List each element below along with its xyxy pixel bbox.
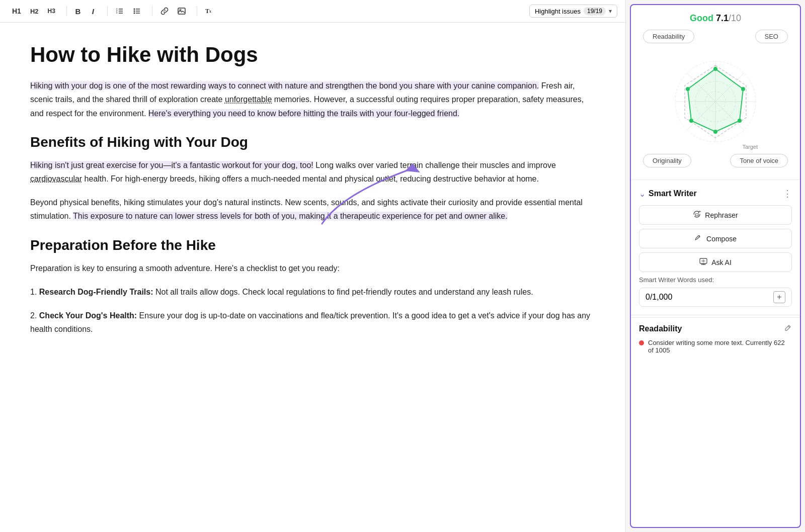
highlighted-text-3: Hiking isn't just great exercise for you… — [30, 161, 313, 169]
smart-writer-section: ⌄ Smart Writer ⋮ Rephraser — [631, 182, 800, 313]
format-group: B I — [71, 4, 100, 18]
readability-edit-icon[interactable] — [784, 324, 792, 334]
list-item-1-bold: Research Dog-Friendly Trails: — [39, 288, 153, 296]
words-plus-button[interactable]: + — [773, 291, 785, 303]
list-item-2-bold: Check Your Dog's Health: — [39, 311, 137, 320]
svg-point-25 — [713, 67, 717, 71]
svg-point-27 — [738, 119, 742, 123]
svg-text:3: 3 — [116, 12, 118, 14]
svg-point-7 — [133, 11, 135, 12]
ordered-list-button[interactable]: 1 2 3 — [112, 4, 128, 18]
italic-button[interactable]: I — [86, 4, 100, 18]
compose-icon — [694, 234, 702, 243]
target-label: Target — [742, 144, 758, 150]
rephraser-icon — [693, 210, 701, 220]
readability-dot — [639, 340, 644, 345]
highlight-label: Highlight issues — [535, 8, 581, 15]
list-group: 1 2 3 — [112, 4, 145, 18]
highlight-dropdown[interactable]: Highlight issues 19/19 ▾ — [529, 5, 617, 18]
score-value: 7.1 — [716, 13, 729, 23]
compose-label: Compose — [706, 235, 737, 243]
underlined-text-2: cardiovascular — [30, 174, 82, 183]
svg-rect-31 — [695, 214, 698, 216]
heading-group: H1 H2 H3 — [8, 4, 59, 18]
tab-tone-of-voice[interactable]: Tone of voice — [730, 154, 788, 167]
smart-writer-menu-icon[interactable]: ⋮ — [783, 188, 792, 199]
highlighted-text-2: Here's everything you need to know befor… — [148, 109, 460, 118]
divider-2 — [631, 315, 800, 315]
tab-readability[interactable]: Readability — [643, 30, 694, 43]
words-count: 0/1,000 — [646, 293, 672, 302]
readability-item-text: Consider writing some more text. Current… — [648, 339, 792, 354]
words-used-label: Smart Writer Words used: — [639, 276, 792, 284]
svg-point-6 — [133, 9, 135, 10]
clear-format-button[interactable]: Tx — [201, 4, 215, 18]
ask-ai-icon — [699, 257, 707, 267]
paragraph-3[interactable]: Beyond physical benefits, hiking stimula… — [30, 196, 595, 223]
tab-originality[interactable]: Originality — [643, 154, 691, 167]
collapse-icon[interactable]: ⌄ — [639, 189, 646, 199]
readability-section: Readability Consider writing some more t… — [631, 317, 800, 360]
insert-group — [156, 4, 190, 18]
rephraser-button[interactable]: Rephraser — [639, 205, 792, 225]
tab-seo[interactable]: SEO — [755, 30, 788, 43]
toolbar-sep-1 — [66, 6, 67, 16]
svg-point-29 — [689, 119, 693, 123]
toolbar-sep-2 — [107, 6, 108, 16]
svg-point-8 — [133, 13, 135, 14]
bold-button[interactable]: B — [71, 4, 85, 18]
editor-toolbar: H1 H2 H3 B I 1 2 3 — [0, 0, 625, 23]
document-title[interactable]: How to Hike with Dogs — [30, 43, 595, 67]
readability-title: Readability — [639, 324, 682, 333]
smart-writer-title: Smart Writer — [649, 189, 697, 198]
svg-point-30 — [686, 87, 690, 91]
score-good-text: Good — [690, 13, 713, 23]
score-section: Good 7.1/10 Readability SEO — [631, 5, 800, 178]
heading-preparation[interactable]: Preparation Before the Hike — [30, 237, 595, 253]
h3-button[interactable]: H3 — [44, 4, 59, 18]
score-top-tabs: Readability SEO — [639, 30, 792, 43]
highlighted-text-1: Hiking with your dog is one of the most … — [30, 81, 539, 90]
paragraph-1[interactable]: Hiking with your dog is one of the most … — [30, 79, 595, 120]
ask-ai-label: Ask AI — [711, 258, 732, 267]
link-button[interactable] — [156, 4, 173, 18]
paragraph-2[interactable]: Hiking isn't just great exercise for you… — [30, 158, 595, 186]
score-max: /10 — [729, 13, 741, 23]
svg-point-26 — [741, 87, 745, 91]
compose-button[interactable]: Compose — [639, 229, 792, 248]
h1-button[interactable]: H1 — [8, 4, 25, 18]
unordered-list-button[interactable] — [129, 4, 145, 18]
radar-chart-container: Target — [639, 47, 792, 154]
toolbar-sep-4 — [197, 6, 197, 16]
svg-point-28 — [713, 130, 717, 134]
paragraph-4[interactable]: Preparation is key to ensuring a smooth … — [30, 261, 595, 275]
score-label: Good 7.1/10 — [639, 13, 792, 24]
heading-benefits[interactable]: Benefits of Hiking with Your Dog — [30, 134, 595, 150]
radar-chart — [665, 51, 766, 152]
list-item-1: 1. Research Dog-Friendly Trails: Not all… — [30, 285, 595, 299]
words-count-row: 0/1,000 + — [639, 288, 792, 307]
list-item-1-text: Not all trails allow dogs. Check local r… — [153, 288, 533, 296]
editor-content[interactable]: How to Hike with Dogs Hiking with your d… — [0, 23, 625, 532]
highlight-count: 19/19 — [584, 7, 606, 15]
smart-writer-header: ⌄ Smart Writer ⋮ — [639, 188, 792, 199]
dropdown-arrow-icon: ▾ — [609, 8, 612, 15]
smart-writer-title-row: ⌄ Smart Writer — [639, 189, 697, 199]
toolbar-sep-3 — [152, 6, 152, 16]
divider-1 — [631, 180, 800, 180]
underlined-text-1: unforgettable — [225, 95, 272, 104]
image-button[interactable] — [174, 4, 190, 18]
h2-button[interactable]: H2 — [26, 4, 43, 18]
rephraser-label: Rephraser — [705, 211, 738, 219]
ask-ai-button[interactable]: Ask AI — [639, 252, 792, 272]
readability-header: Readability — [639, 324, 792, 334]
sidebar: Good 7.1/10 Readability SEO — [630, 4, 801, 528]
list-item-2: 2. Check Your Dog's Health: Ensure your … — [30, 309, 595, 336]
highlighted-text-4: This exposure to nature can lower stress… — [73, 212, 508, 220]
readability-item: Consider writing some more text. Current… — [639, 339, 792, 354]
score-bottom-tabs: Originality Tone of voice — [639, 154, 792, 173]
